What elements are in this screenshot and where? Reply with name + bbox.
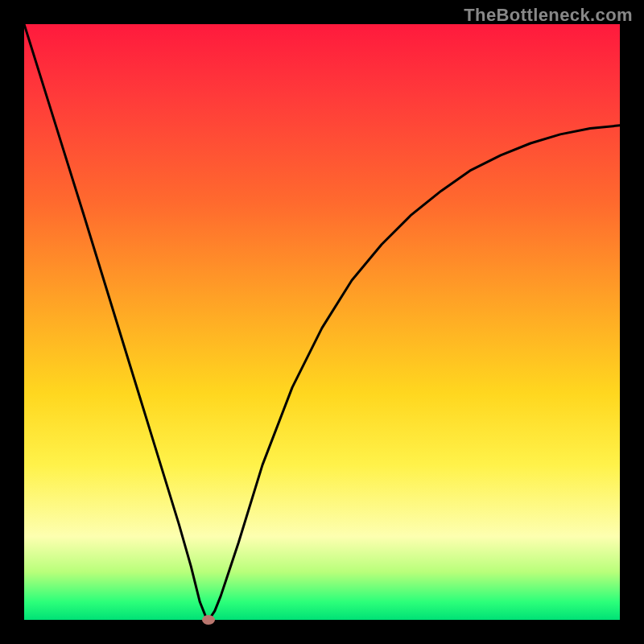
plot-area bbox=[24, 24, 620, 620]
optimal-point-marker bbox=[202, 615, 215, 625]
watermark-text: TheBottleneck.com bbox=[464, 5, 633, 26]
chart-frame: TheBottleneck.com bbox=[0, 0, 644, 644]
bottleneck-curve bbox=[24, 24, 620, 620]
